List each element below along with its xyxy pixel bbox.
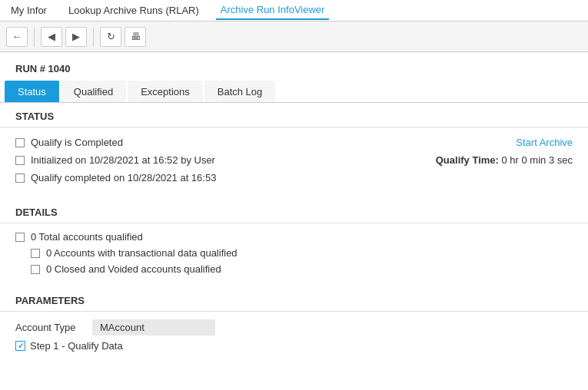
qualify-time-value: 0 hr 0 min 3 sec [502,154,573,166]
status-row-3-text: Qualify completed on 10/28/2021 at 16:53 [31,172,216,183]
status-row-1: Qualify is Completed [15,137,436,148]
detail-row-3: 0 Closed and Voided accounts qualified [15,263,573,275]
nav-lookup-archive-runs[interactable]: Lookup Archive Runs (RLAR) [64,2,204,19]
parameters-section-header: PARAMETERS [0,287,588,312]
qualify-time-label: Qualify Time: [436,154,499,166]
details-section-header: DETAILS [0,199,588,223]
tab-exceptions[interactable]: Exceptions [128,81,203,102]
separator-1 [34,28,35,46]
nav-archive-run-infoviewer[interactable]: Archive Run InfoViewer [216,1,330,20]
detail-row-2: 0 Accounts with transactional data quali… [15,247,573,259]
status-rows-right: Start Archive Qualify Time: 0 hr 0 min 3… [436,137,573,166]
toolbar: ← ◀ ▶ ↻ 🖶 [0,21,588,52]
start-archive-link[interactable]: Start Archive [516,137,573,148]
separator-2 [93,28,94,46]
detail-row-1: 0 Total accounts qualified [15,231,573,243]
detail-checkbox-3 [31,265,40,274]
detail-checkbox-1 [15,233,25,242]
step1-label: Step 1 - Qualify Data [30,340,123,352]
refresh-button[interactable]: ↻ [100,27,121,47]
status-section-header: STATUS [0,103,588,127]
details-section: 0 Total accounts qualified 0 Accounts wi… [0,223,588,287]
status-rows-left: Qualify is Completed Initialized on 10/2… [15,137,436,190]
run-header: RUN # 1040 [0,52,588,81]
prev-button[interactable]: ◀ [41,27,62,47]
status-rows-container: Qualify is Completed Initialized on 10/2… [15,137,573,190]
print-button[interactable]: 🖶 [125,27,146,47]
detail-row-2-text: 0 Accounts with transactional data quali… [46,247,238,259]
detail-checkbox-2 [31,249,40,258]
nav-my-infor[interactable]: My Infor [6,2,51,19]
tab-batch-log[interactable]: Batch Log [204,81,276,102]
param-account-type-row: Account Type MAccount [15,319,573,335]
tab-status[interactable]: Status [5,81,59,102]
qualify-time: Qualify Time: 0 hr 0 min 3 sec [436,154,573,166]
tabs-bar: Status Qualified Exceptions Batch Log [0,81,588,103]
top-nav: My Infor Lookup Archive Runs (RLAR) Arch… [0,0,588,21]
detail-row-3-text: 0 Closed and Voided accounts qualified [46,263,221,275]
next-button[interactable]: ▶ [65,27,87,47]
checkbox-icon-3 [15,174,25,183]
detail-row-1-text: 0 Total accounts qualified [31,231,143,243]
param-account-type-value: MAccount [92,319,215,335]
param-account-type-label: Account Type [15,322,92,333]
status-row-3: Qualify completed on 10/28/2021 at 16:53 [15,172,436,183]
parameters-section: Account Type MAccount Step 1 - Qualify D… [0,312,588,359]
step1-checkbox[interactable] [15,341,25,351]
status-row-1-text: Qualify is Completed [31,137,123,148]
step1-row: Step 1 - Qualify Data [15,340,573,352]
status-row-2-text: Initialized on 10/28/2021 at 16:52 by Us… [31,154,215,166]
status-row-2: Initialized on 10/28/2021 at 16:52 by Us… [15,154,436,166]
status-section: Qualify is Completed Initialized on 10/2… [0,127,588,199]
back-button[interactable]: ← [6,27,28,47]
checkbox-icon-2 [15,156,25,165]
main-content: RUN # 1040 Status Qualified Exceptions B… [0,52,588,390]
tab-qualified[interactable]: Qualified [61,81,126,102]
checkbox-icon-1 [15,138,25,147]
